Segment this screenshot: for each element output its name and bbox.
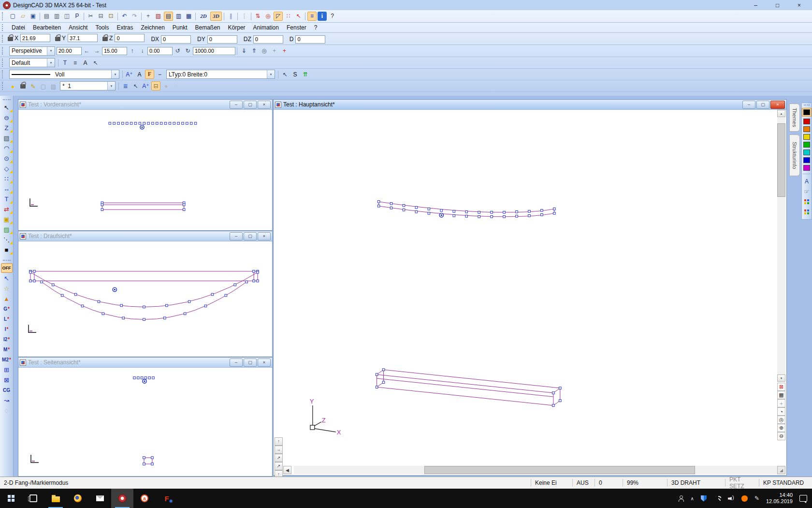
- app-titlebar[interactable]: DesignCAD 3D MAX 25 64-bit - Test – □ ×: [0, 0, 812, 10]
- nav-up-button[interactable]: ↑: [275, 437, 283, 446]
- tab-themes[interactable]: Themes: [789, 104, 800, 132]
- bulb-off-icon[interactable]: ●: [161, 81, 171, 90]
- style-settings-icon[interactable]: ≡: [71, 58, 80, 67]
- horizontal-scroll-thumb[interactable]: [424, 466, 695, 474]
- zoom-out-icon[interactable]: ⊖: [777, 432, 785, 440]
- menu-item[interactable]: Ansicht: [65, 23, 91, 32]
- menu-item[interactable]: Bemaßen: [191, 23, 224, 32]
- run-pointer-tool[interactable]: ↖: [1, 273, 13, 283]
- toolbox-grip[interactable]: [3, 99, 11, 100]
- linebar-grip[interactable]: [2, 70, 6, 78]
- color-black[interactable]: [803, 109, 810, 115]
- tray-chevron-icon[interactable]: ∧: [691, 496, 694, 501]
- array-tool[interactable]: ∷: [1, 174, 13, 183]
- format-button[interactable]: F: [145, 70, 154, 79]
- hatch-tool[interactable]: ▨: [1, 224, 13, 234]
- circle-tool[interactable]: ⊙: [1, 153, 13, 163]
- menu-item[interactable]: Extras: [113, 23, 137, 32]
- box-x-snap-tool[interactable]: ⊠: [1, 375, 13, 385]
- layers-icon[interactable]: ≣: [121, 81, 130, 90]
- print-setup-icon[interactable]: ▥: [52, 12, 61, 21]
- chevron-down-icon[interactable]: ▼: [107, 82, 115, 90]
- add-view-icon[interactable]: +: [777, 399, 785, 407]
- people-tray-icon[interactable]: [678, 495, 684, 501]
- menu-item[interactable]: Animation: [249, 23, 283, 32]
- coord-input-DX[interactable]: [161, 35, 191, 44]
- lock-off-icon[interactable]: ◌: [172, 81, 181, 90]
- menu-item[interactable]: Datei: [8, 23, 29, 32]
- coord-input-Y[interactable]: [68, 34, 98, 42]
- polyline-tool[interactable]: Z: [1, 123, 13, 133]
- camera-target-icon[interactable]: ◎: [260, 46, 269, 56]
- minimize-button[interactable]: –: [742, 101, 755, 109]
- structure-tool[interactable]: ▣: [1, 214, 13, 224]
- font-icon[interactable]: A: [81, 58, 90, 67]
- palette-icon[interactable]: [802, 197, 812, 206]
- taskbar-mail[interactable]: [89, 489, 111, 508]
- spline-icon[interactable]: S: [290, 70, 300, 79]
- point-grid-icon[interactable]: ∷: [284, 12, 293, 21]
- color-red[interactable]: [803, 119, 810, 124]
- color-magenta[interactable]: [803, 165, 810, 171]
- box-plus-snap-tool[interactable]: ⊞: [1, 365, 13, 374]
- minimize-button[interactable]: –: [230, 359, 243, 367]
- scroll-down-button[interactable]: ▼: [777, 374, 785, 382]
- font-bigger-icon[interactable]: A⁺: [125, 70, 134, 79]
- vertical-scrollbar[interactable]: ▲ ▼: [777, 110, 785, 382]
- layerbar-grip[interactable]: [2, 82, 6, 90]
- line-detail-icon[interactable]: ≡: [307, 12, 317, 21]
- copy-attributes-icon[interactable]: ⊟: [151, 81, 160, 90]
- restore-button[interactable]: ▢: [244, 359, 257, 367]
- style-dropdown[interactable]: Default ▼: [9, 58, 55, 67]
- draufsicht-canvas[interactable]: [19, 241, 271, 356]
- view-mode-dropdown[interactable]: Perspektive ▼: [9, 46, 55, 56]
- viewbar-grip[interactable]: [2, 47, 6, 55]
- chevron-down-icon[interactable]: ▼: [47, 59, 55, 67]
- task-view-button[interactable]: [22, 489, 44, 508]
- text-style-icon[interactable]: T: [60, 58, 70, 67]
- zoom-tool[interactable]: ⊖: [1, 113, 13, 122]
- taskbar-firefox[interactable]: [67, 489, 89, 508]
- start-button[interactable]: [0, 489, 22, 508]
- menu-item[interactable]: Tools: [91, 23, 113, 32]
- menu-item[interactable]: Zeichnen: [137, 23, 168, 32]
- menu-item[interactable]: Fenster: [283, 23, 310, 32]
- seitenansicht-titlebar[interactable]: Test : Seitenansicht* – ▢ ×: [18, 358, 272, 368]
- coordbar-grip[interactable]: [2, 35, 6, 43]
- layer-box-2-icon[interactable]: ▨: [49, 82, 58, 91]
- close-button[interactable]: ×: [258, 101, 271, 109]
- layer-dropdown[interactable]: * 1 ▼: [60, 81, 116, 90]
- minus-button[interactable]: −: [155, 70, 164, 79]
- antivirus-tray-icon[interactable]: [741, 495, 748, 502]
- midpoint-snap-tool[interactable]: M: [1, 344, 13, 354]
- copy-icon[interactable]: ⊟: [96, 12, 105, 21]
- line-up-icon[interactable]: ⇈: [301, 70, 310, 79]
- app-minimize-button[interactable]: –: [745, 0, 767, 10]
- color-orange[interactable]: [803, 126, 810, 132]
- horizontal-scrollbar[interactable]: [294, 466, 777, 474]
- workplane-icon[interactable]: ▤: [164, 12, 173, 21]
- nav-left-button[interactable]: ◀: [283, 466, 291, 474]
- camera-pan-left-icon[interactable]: ←: [82, 46, 91, 56]
- save-icon[interactable]: ▣: [29, 12, 38, 21]
- coord-input-DZ[interactable]: [253, 35, 283, 44]
- vorderansicht-titlebar[interactable]: Test : Vorderansicht* – ▢ ×: [18, 100, 272, 110]
- coord-input-X[interactable]: [20, 34, 50, 42]
- intersect-snap-tool[interactable]: I: [1, 324, 13, 334]
- restore-button[interactable]: ▢: [756, 101, 769, 109]
- zoom-in-icon[interactable]: ⊕: [777, 424, 785, 432]
- cut-icon[interactable]: ✂: [86, 12, 95, 21]
- layer-lock-icon[interactable]: [18, 81, 28, 90]
- chevron-down-icon[interactable]: ▼: [267, 70, 275, 78]
- layer-edit-icon[interactable]: ✎: [29, 82, 38, 91]
- undo-icon[interactable]: ↶: [120, 12, 129, 21]
- paste-icon[interactable]: ⊡: [106, 12, 116, 21]
- draufsicht-titlebar[interactable]: Test : Draufsicht* – ▢ ×: [18, 231, 272, 241]
- view-up-icon[interactable]: ⇑: [249, 46, 259, 56]
- volume-icon[interactable]: [728, 495, 735, 501]
- line-style-dropdown[interactable]: Voll ▼: [9, 70, 119, 79]
- lock-icon[interactable]: [102, 37, 108, 41]
- toolbox-grip-2[interactable]: [3, 260, 11, 261]
- apply-color-icon[interactable]: ☞: [802, 187, 812, 196]
- coord-input-D[interactable]: [295, 35, 325, 44]
